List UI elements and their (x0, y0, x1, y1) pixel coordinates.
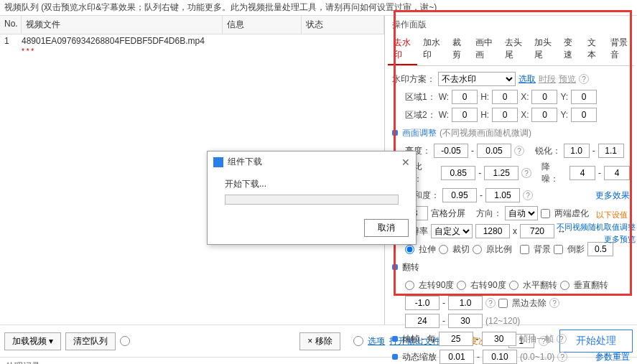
noise-min[interactable] (569, 166, 595, 180)
col-no[interactable]: No. (0, 16, 22, 34)
wm-scheme-select[interactable]: 不去水印 (438, 72, 516, 86)
area2-w[interactable] (452, 108, 478, 122)
help-icon[interactable]: ? (521, 168, 531, 178)
wm-scheme-label: 水印方案： (392, 73, 435, 85)
area2-h[interactable] (492, 108, 518, 122)
frame-label: 抽帧 - 每 (402, 333, 436, 345)
col-info[interactable]: 信息 (223, 16, 302, 34)
trim-black-check[interactable] (498, 299, 508, 308)
bright-max[interactable] (477, 144, 511, 158)
rot-l90[interactable] (405, 281, 414, 290)
queue-hint: 视频队列 (双击预览水印&字幕效果；队列右键，功能更多。此为视频批量处理工具，请… (0, 0, 637, 16)
row-no: 1 (0, 36, 22, 46)
progress-bar (225, 195, 399, 205)
bg-check[interactable] (520, 245, 529, 254)
tab-crop[interactable]: 裁剪 (447, 34, 470, 65)
res-width[interactable] (475, 224, 510, 238)
noise-max[interactable] (604, 166, 630, 180)
wm-time-link[interactable]: 时段 (539, 73, 556, 85)
contrast-max[interactable] (484, 166, 519, 180)
area1-w[interactable] (452, 90, 478, 104)
help-icon[interactable]: ? (514, 146, 524, 156)
resolution-mode[interactable]: 自定义 (431, 224, 473, 238)
scale-label: 动态缩放 (402, 351, 437, 363)
operation-panel: 操作面版 去水印 加水印 裁剪 画中画 去头尾 加头尾 变速 文本 背景音 水印… (385, 16, 637, 325)
help-icon[interactable]: ? (549, 298, 559, 308)
tab-bgm[interactable]: 背景音 (605, 34, 634, 65)
help-icon[interactable]: ? (557, 334, 567, 344)
random-adjust-link[interactable]: 不同视频随机取值调整 (557, 222, 636, 233)
tab-add-watermark[interactable]: 加水印 (417, 34, 447, 65)
area2-y[interactable] (571, 108, 597, 122)
area1-label: 区域1： (405, 91, 436, 103)
tab-trim-head[interactable]: 去头尾 (499, 34, 529, 65)
panel-title: 操作面版 (388, 16, 634, 34)
table-row[interactable]: 1 48901EA0976934268804FEDBF5DF4D6B.mp4 (0, 34, 384, 47)
frame-max[interactable] (482, 332, 516, 346)
cancel-button[interactable]: 取消 (364, 219, 409, 237)
rot-hflip[interactable] (509, 281, 519, 290)
more-effects-link[interactable]: 更多效果 (595, 190, 630, 202)
options-link[interactable]: 选项 (368, 335, 385, 347)
tab-text[interactable]: 文本 (582, 34, 605, 65)
rot-vflip[interactable] (560, 281, 569, 290)
side-hint-a: 以下设值， (596, 210, 636, 219)
grid-direction[interactable]: 自动 (505, 206, 538, 220)
bright-min[interactable] (434, 144, 468, 158)
wm-preview-link[interactable]: 预览 (559, 73, 576, 85)
more-preview-link[interactable]: 更多预览 (557, 234, 636, 245)
tab-add-head[interactable]: 加头尾 (529, 34, 558, 65)
gear-icon[interactable] (353, 336, 363, 346)
sat-min[interactable] (442, 188, 477, 202)
help-icon[interactable]: ? (579, 74, 589, 84)
zoom-max[interactable] (448, 296, 483, 310)
fit-ratio[interactable] (473, 245, 482, 254)
frame-min[interactable] (439, 332, 473, 346)
sharp-max[interactable] (598, 144, 624, 158)
rotate-label: 翻转 (402, 261, 419, 274)
download-dialog: 组件下载 ✕ 开始下载... 取消 (207, 151, 417, 245)
pos-max[interactable] (448, 314, 483, 328)
help-icon[interactable]: ? (485, 298, 496, 308)
dialog-message: 开始下载... (225, 178, 399, 190)
dual-blur-check[interactable] (541, 209, 550, 218)
row-warning: * * * (0, 47, 384, 55)
scale-min[interactable] (440, 350, 474, 364)
contrast-min[interactable] (441, 166, 475, 180)
wm-pick-link[interactable]: 选取 (519, 73, 536, 85)
scale-max[interactable] (483, 350, 517, 364)
adjust-title: 画面调整 (402, 127, 437, 139)
tab-pip[interactable]: 画中画 (470, 34, 499, 65)
gear-icon[interactable] (120, 336, 130, 346)
tabs: 去水印 加水印 裁剪 画中画 去头尾 加头尾 变速 文本 背景音 (388, 34, 634, 66)
fit-stretch[interactable] (405, 245, 414, 254)
tab-remove-watermark[interactable]: 去水印 (388, 34, 417, 65)
col-file[interactable]: 视频文件 (22, 16, 223, 34)
zoom-min[interactable] (405, 296, 440, 310)
row-file: 48901EA0976934268804FEDBF5DF4D6B.mp4 (22, 36, 223, 46)
area2-x[interactable] (531, 108, 557, 122)
fit-crop[interactable] (439, 245, 448, 254)
tab-speed[interactable]: 变速 (558, 34, 582, 65)
sat-max[interactable] (485, 188, 520, 202)
close-icon[interactable]: ✕ (401, 157, 410, 168)
pos-min[interactable] (405, 314, 440, 328)
area1-h[interactable] (492, 90, 518, 104)
help-icon[interactable]: ? (557, 352, 567, 362)
dialog-icon (213, 157, 223, 167)
clear-queue-button[interactable]: 清空队列 (65, 332, 116, 350)
reset-params-link[interactable]: 参数重置 (595, 351, 630, 363)
load-video-button[interactable]: 加载视频 ▾ (4, 332, 61, 350)
sharp-min[interactable] (564, 144, 590, 158)
table-header: No. 视频文件 信息 状态 (0, 16, 384, 34)
area1-x[interactable] (531, 90, 557, 104)
remove-button[interactable]: × 移除 (299, 332, 340, 350)
help-icon[interactable]: ? (523, 190, 533, 200)
col-status[interactable]: 状态 (302, 16, 384, 34)
area2-label: 区域2： (405, 109, 436, 121)
area1-y[interactable] (571, 90, 597, 104)
rot-r90[interactable] (457, 281, 466, 290)
dialog-title-text: 组件下载 (228, 156, 262, 168)
res-height[interactable] (520, 224, 554, 238)
